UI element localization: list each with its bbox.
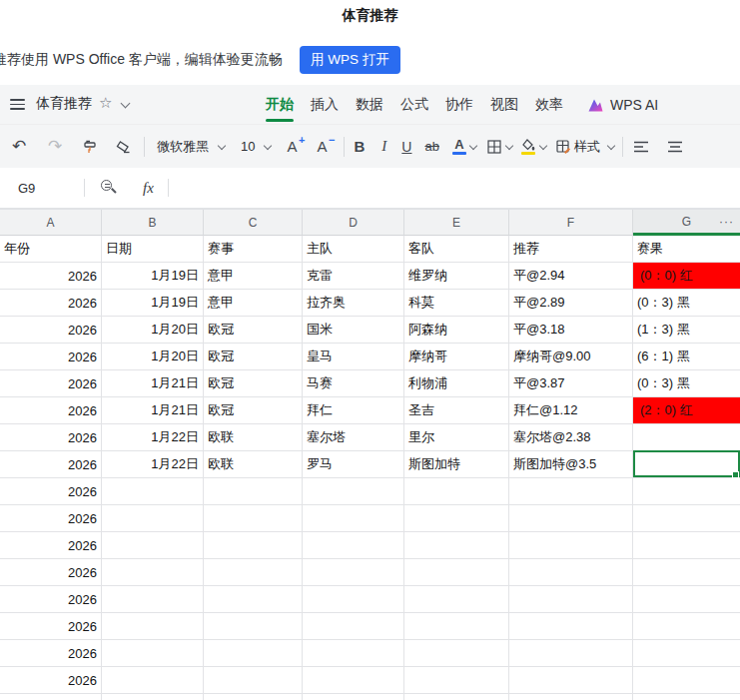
cell[interactable]: 赛事 xyxy=(204,236,303,263)
column-header-C[interactable]: C xyxy=(204,210,303,236)
cell[interactable]: 拜仁@1.12 xyxy=(509,397,633,424)
cell[interactable] xyxy=(204,613,303,640)
cell[interactable]: 拉齐奥 xyxy=(303,290,404,317)
cell[interactable] xyxy=(204,694,303,700)
cell[interactable] xyxy=(303,694,404,700)
cell[interactable]: 1月22日 xyxy=(102,451,204,478)
cell[interactable] xyxy=(102,613,204,640)
cell[interactable]: 2026 xyxy=(0,478,102,505)
cell[interactable] xyxy=(633,667,740,694)
cell[interactable]: 利物浦 xyxy=(404,370,509,397)
cell[interactable] xyxy=(404,505,509,532)
cell[interactable] xyxy=(509,613,633,640)
cell[interactable] xyxy=(404,532,509,559)
fill-color-button[interactable] xyxy=(521,134,546,160)
cell[interactable]: 2026 xyxy=(0,667,102,694)
cell[interactable] xyxy=(404,640,509,667)
cell[interactable] xyxy=(204,559,303,586)
column-header-G[interactable]: G··· xyxy=(633,210,740,236)
cell[interactable] xyxy=(404,586,509,613)
cell[interactable] xyxy=(204,640,303,667)
cell[interactable] xyxy=(633,505,740,532)
cell[interactable] xyxy=(204,532,303,559)
cell[interactable]: 2026 xyxy=(0,532,102,559)
cell[interactable] xyxy=(102,478,204,505)
cell[interactable]: 1月21日 xyxy=(102,370,204,397)
cell[interactable]: 平@3.18 xyxy=(509,317,633,344)
cell[interactable]: 圣吉 xyxy=(404,397,509,424)
cell[interactable] xyxy=(102,505,204,532)
format-painter-button[interactable] xyxy=(79,134,101,160)
cell[interactable] xyxy=(633,586,740,613)
name-box[interactable]: G9 xyxy=(0,181,84,196)
cell[interactable] xyxy=(204,586,303,613)
cell[interactable]: 平@3.87 xyxy=(509,370,633,397)
cell[interactable] xyxy=(102,532,204,559)
tab-formula[interactable]: 公式 xyxy=(400,96,428,114)
redo-button[interactable]: ↷ xyxy=(44,134,66,160)
cell[interactable]: (0：3) 黑 xyxy=(633,290,740,317)
undo-button[interactable]: ↶ xyxy=(8,134,30,160)
cell[interactable]: 欧冠 xyxy=(204,397,303,424)
column-header-B[interactable]: B xyxy=(102,210,204,236)
cell[interactable] xyxy=(102,586,204,613)
cell[interactable]: 意甲 xyxy=(204,290,303,317)
cell[interactable] xyxy=(102,640,204,667)
cell[interactable] xyxy=(404,478,509,505)
cell[interactable]: 2026 xyxy=(0,397,102,424)
cell[interactable] xyxy=(404,667,509,694)
cell[interactable]: (0：3) 黑 xyxy=(633,370,740,397)
cell[interactable]: 国米 xyxy=(303,317,404,344)
star-icon[interactable]: ☆ xyxy=(99,94,112,112)
cell[interactable]: 欧冠 xyxy=(204,344,303,370)
cell[interactable] xyxy=(633,451,740,478)
cell[interactable]: (6：1) 黑 xyxy=(633,344,740,370)
cell[interactable] xyxy=(303,640,404,667)
cell[interactable] xyxy=(509,532,633,559)
cell[interactable] xyxy=(633,532,740,559)
cell[interactable]: 2026 xyxy=(0,613,102,640)
cell[interactable]: 2026 xyxy=(0,344,102,370)
wps-ai-button[interactable]: WPS AI xyxy=(587,85,658,125)
cell[interactable]: 科莫 xyxy=(404,290,509,317)
bold-button[interactable]: B xyxy=(355,134,366,160)
cell[interactable]: 平@2.94 xyxy=(509,263,633,290)
increase-font-button[interactable]: A+ xyxy=(287,134,297,160)
cell[interactable]: 2026 xyxy=(0,290,102,317)
cell[interactable] xyxy=(303,505,404,532)
cell[interactable]: 客队 xyxy=(404,236,509,263)
cell[interactable] xyxy=(404,613,509,640)
cell[interactable] xyxy=(303,667,404,694)
cell[interactable]: 皇马 xyxy=(303,344,404,370)
cell[interactable] xyxy=(633,613,740,640)
cell[interactable]: 2026 xyxy=(0,640,102,667)
cell[interactable]: 1月21日 xyxy=(102,397,204,424)
cell[interactable] xyxy=(204,667,303,694)
chevron-down-icon[interactable] xyxy=(121,99,131,109)
tab-data[interactable]: 数据 xyxy=(356,96,383,114)
underline-button[interactable]: U xyxy=(401,134,411,160)
cell[interactable]: 里尔 xyxy=(404,424,509,451)
cell[interactable]: 欧联 xyxy=(204,424,303,451)
cell[interactable]: 1月20日 xyxy=(102,317,204,344)
cell[interactable]: 阿森纳 xyxy=(404,317,509,344)
tab-insert[interactable]: 插入 xyxy=(311,96,339,114)
cell[interactable] xyxy=(404,694,509,700)
cell[interactable]: 平@2.89 xyxy=(509,290,633,317)
align-button-2[interactable] xyxy=(667,134,683,160)
cell[interactable]: 2026 xyxy=(0,424,102,451)
cell[interactable]: 赛果 xyxy=(633,236,740,263)
tab-home[interactable]: 开始 xyxy=(266,96,294,114)
tab-efficiency[interactable]: 效率 xyxy=(535,96,563,114)
cell[interactable] xyxy=(303,478,404,505)
insert-function-button[interactable]: fx xyxy=(143,180,154,197)
cell[interactable] xyxy=(509,505,633,532)
cell[interactable]: 马赛 xyxy=(303,370,404,397)
cell[interactable] xyxy=(303,559,404,586)
column-header-F[interactable]: F xyxy=(509,210,633,236)
column-header-A[interactable]: A xyxy=(0,210,102,236)
search-icon[interactable] xyxy=(99,178,119,198)
cell[interactable]: 2026 xyxy=(0,317,102,344)
cell[interactable]: 年份 xyxy=(0,236,102,263)
cell[interactable]: 推荐 xyxy=(509,236,633,263)
